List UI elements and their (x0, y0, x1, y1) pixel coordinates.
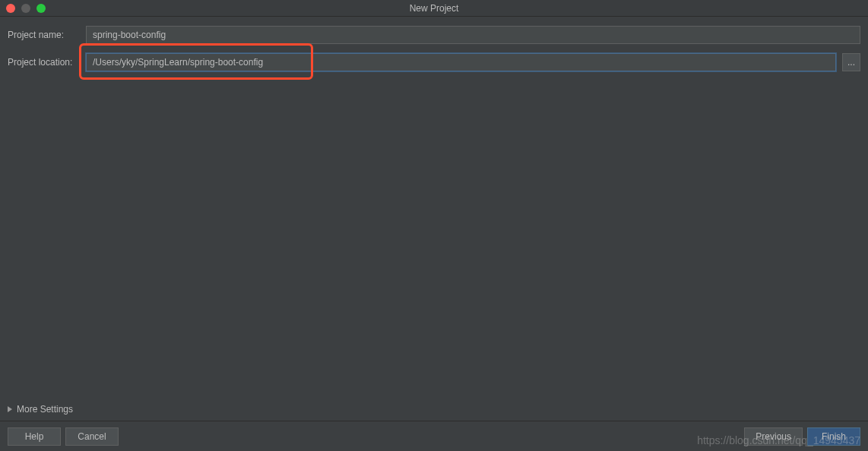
project-name-row: Project name: (8, 26, 860, 44)
window-title: New Project (410, 3, 459, 14)
maximize-window-button[interactable] (36, 4, 46, 13)
dialog-footer: Help Cancel Previous Finish (0, 421, 868, 451)
previous-button[interactable]: Previous (744, 427, 803, 446)
project-location-row: Project location: ... (8, 53, 860, 71)
project-location-wrapper (86, 53, 836, 71)
project-name-label: Project name: (8, 30, 80, 40)
close-window-button[interactable] (6, 4, 15, 13)
project-location-input[interactable] (86, 53, 836, 71)
browse-location-button[interactable]: ... (842, 53, 860, 71)
minimize-window-button[interactable] (21, 4, 30, 13)
finish-button[interactable]: Finish (807, 427, 860, 446)
title-bar: New Project (0, 0, 868, 17)
chevron-right-icon (8, 406, 12, 412)
footer-left-buttons: Help Cancel (8, 427, 119, 446)
footer-right-buttons: Previous Finish (744, 427, 860, 446)
project-name-input[interactable] (86, 26, 860, 44)
more-settings-toggle[interactable]: More Settings (8, 404, 73, 415)
help-button[interactable]: Help (8, 427, 61, 446)
window-controls (0, 4, 46, 13)
project-location-label: Project location: (8, 57, 80, 68)
more-settings-label: More Settings (17, 404, 73, 415)
dialog-content: Project name: Project location: ... (0, 17, 868, 71)
cancel-button[interactable]: Cancel (65, 427, 119, 446)
